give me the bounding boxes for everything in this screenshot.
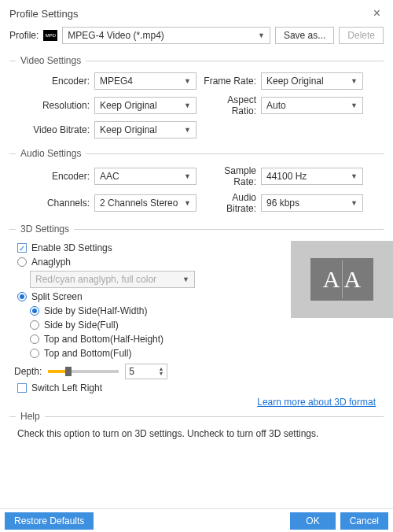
delete-button: Delete [339, 27, 384, 44]
spinner-arrows-icon[interactable]: ▲▼ [158, 367, 163, 376]
dialog-title: Profile Settings [9, 8, 78, 20]
video-section-header: Video Settings [9, 55, 384, 66]
video-bitrate-label: Video Bitrate: [17, 124, 90, 135]
sample-rate-label: Sample Rate: [201, 165, 256, 187]
aspect-ratio-label: Aspect Ratio: [201, 94, 256, 116]
depth-spinbox[interactable]: 5 ▲▼ [125, 364, 167, 379]
close-icon[interactable]: × [370, 6, 384, 20]
radio-icon [30, 349, 39, 358]
profile-select[interactable]: MPEG-4 Video (*.mp4) ▼ [62, 27, 270, 44]
aspect-ratio-select[interactable]: Auto▼ [261, 97, 363, 114]
chevron-down-icon: ▼ [351, 172, 358, 180]
resolution-label: Resolution: [17, 100, 90, 111]
frame-rate-select[interactable]: Keep Original▼ [261, 72, 363, 90]
radio-icon [30, 334, 39, 344]
help-section-header: Help [9, 411, 384, 422]
tab-full-radio[interactable]: Top and Bottom(Full) [30, 348, 376, 359]
channels-select[interactable]: 2 Channels Stereo▼ [94, 194, 196, 212]
learn-more-link[interactable]: Learn more about 3D format [257, 397, 376, 408]
video-encoder-select[interactable]: MPEG4▼ [94, 72, 196, 90]
video-bitrate-select[interactable]: Keep Original▼ [94, 121, 196, 139]
chevron-down-icon: ▼ [184, 199, 191, 207]
tab-half-radio[interactable]: Top and Bottom(Half-Height) [30, 334, 376, 345]
video-encoder-label: Encoder: [17, 76, 90, 87]
chevron-down-icon: ▼ [184, 126, 191, 134]
sbs-full-radio[interactable]: Side by Side(Full) [30, 320, 376, 331]
chevron-down-icon: ▼ [184, 77, 191, 85]
chevron-down-icon: ▼ [184, 102, 191, 109]
chevron-down-icon: ▼ [182, 275, 189, 283]
title-bar: Profile Settings × [0, 0, 393, 24]
restore-defaults-button[interactable]: Restore Defaults [5, 512, 94, 530]
switch-lr-checkbox[interactable]: ✓ Switch Left Right [17, 382, 376, 393]
depth-label: Depth: [14, 366, 42, 377]
profile-row: Profile: MPD MPEG-4 Video (*.mp4) ▼ Save… [0, 24, 393, 49]
frame-rate-label: Frame Rate: [201, 76, 256, 87]
checkbox-checked-icon: ✓ [17, 243, 27, 253]
radio-selected-icon [30, 306, 39, 316]
radio-selected-icon [17, 292, 27, 301]
sample-rate-select[interactable]: 44100 Hz▼ [261, 168, 363, 185]
slider-thumb-icon[interactable] [65, 367, 72, 376]
audio-encoder-label: Encoder: [17, 171, 90, 182]
checkbox-unchecked-icon: ✓ [17, 383, 27, 393]
bottom-bar: Restore Defaults OK Cancel [0, 508, 393, 532]
depth-slider[interactable] [48, 370, 119, 373]
chevron-down-icon: ▼ [184, 172, 191, 180]
cancel-button[interactable]: Cancel [340, 512, 388, 530]
radio-icon [30, 320, 39, 330]
chevron-down-icon: ▼ [351, 77, 358, 85]
help-text: Check this option to turn on 3D settings… [0, 423, 393, 444]
profile-select-value: MPEG-4 Video (*.mp4) [68, 30, 164, 41]
audio-bitrate-select[interactable]: 96 kbps▼ [261, 194, 363, 212]
chevron-down-icon: ▼ [351, 102, 358, 109]
channels-label: Channels: [17, 198, 90, 209]
ok-button[interactable]: OK [290, 512, 335, 530]
audio-encoder-select[interactable]: AAC▼ [94, 168, 196, 185]
profile-label: Profile: [9, 30, 39, 41]
chevron-down-icon: ▼ [351, 199, 358, 207]
format-icon: MPD [43, 30, 57, 41]
save-as-button[interactable]: Save as... [275, 27, 334, 44]
audio-settings-grid: Encoder: AAC▼ Sample Rate: 44100 Hz▼ Cha… [0, 161, 393, 217]
depth-row: Depth: 5 ▲▼ [14, 364, 376, 379]
3d-section-header: 3D Settings [9, 224, 384, 235]
audio-bitrate-label: Audio Bitrate: [201, 192, 256, 214]
audio-section-header: Audio Settings [9, 148, 384, 159]
radio-icon [17, 257, 27, 267]
resolution-select[interactable]: Keep Original▼ [94, 97, 196, 114]
chevron-down-icon: ▼ [258, 31, 265, 39]
video-settings-grid: Encoder: MPEG4▼ Frame Rate: Keep Origina… [0, 68, 393, 142]
3d-preview: A A [291, 241, 393, 318]
3d-settings: ✓ Enable 3D Settings Anaglyph Red/cyan a… [0, 236, 393, 397]
anaglyph-mode-select: Red/cyan anaglyph, full color ▼ [30, 271, 195, 288]
